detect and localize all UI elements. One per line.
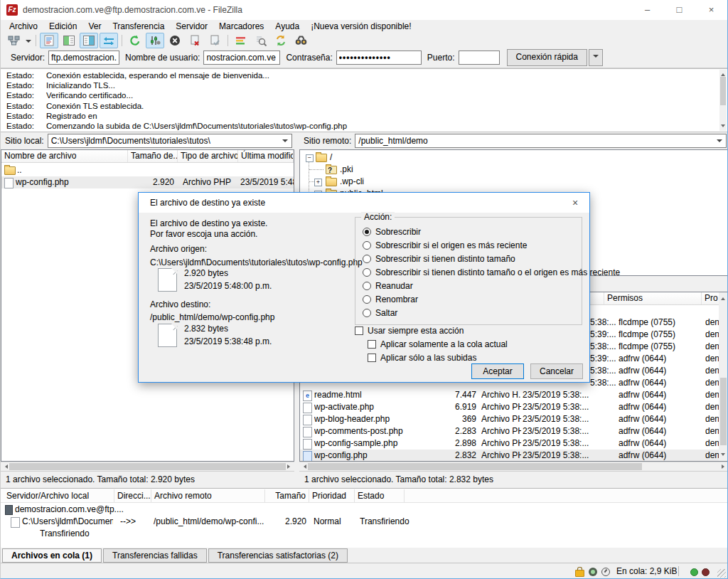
checkbox-icon[interactable]	[355, 326, 363, 335]
checkbox-usar-siempre[interactable]: Usar siempre esta acción	[355, 325, 464, 336]
queue-transfer-row[interactable]: C:\Users\jldmf\Document... -->> /public_…	[1, 516, 727, 528]
tree-item-root[interactable]: /	[300, 152, 728, 164]
site-manager-dropdown-icon[interactable]	[26, 40, 31, 46]
process-queue-button[interactable]	[146, 33, 164, 48]
reconnect-button[interactable]	[205, 33, 224, 48]
menu-ayuda[interactable]: Ayuda	[269, 20, 305, 33]
option-sobrescribir-mas-reciente[interactable]: Sobrescribir si el origen es más recient…	[363, 238, 527, 252]
option-sobrescribir-distinto-tamano[interactable]: Sobrescribir si tienen distinto tamaño	[363, 252, 515, 265]
qcol-prioridad[interactable]: Prioridad	[309, 489, 355, 502]
username-input[interactable]	[203, 51, 280, 65]
col-modificado[interactable]: Última modificac	[238, 150, 294, 162]
queue-server-row[interactable]: demostracion.com.ve@ftp....	[1, 504, 727, 516]
cancel-operation-button[interactable]	[166, 33, 184, 48]
refresh-button[interactable]	[126, 33, 144, 48]
password-input[interactable]	[336, 51, 422, 65]
expand-icon[interactable]	[314, 179, 322, 186]
checkbox-aplicar-subidas[interactable]: Aplicar sólo a las subidas	[368, 352, 476, 363]
menu-servidor[interactable]: Servidor	[170, 20, 213, 33]
dialog-close-icon[interactable]: ×	[567, 195, 584, 211]
queue-substatus-row: Transfiriendo	[1, 528, 727, 540]
toggle-transfer-queue-button[interactable]	[100, 33, 118, 48]
radio-icon[interactable]	[363, 241, 371, 250]
col-propietario-fragment[interactable]: Pro	[702, 292, 720, 304]
local-tree-icon	[63, 36, 75, 46]
quickconnect-dropdown[interactable]	[589, 49, 603, 66]
toggle-local-tree-button[interactable]	[60, 33, 78, 48]
server-input[interactable]	[48, 51, 119, 65]
maximize-button[interactable]: □	[663, 0, 695, 20]
disconnect-button[interactable]	[186, 33, 204, 48]
remote-file-row[interactable]: wp-comments-post.php 2.283 Archivo PHP 2…	[300, 425, 728, 437]
directory-compare-button[interactable]	[252, 33, 270, 48]
radio-icon[interactable]	[363, 282, 371, 290]
remote-vscrollbar[interactable]	[719, 292, 728, 461]
tab-transferencias-satisfactorias[interactable]: Transferencias satisfactorias (2)	[208, 548, 348, 563]
checkbox-icon[interactable]	[368, 354, 376, 362]
tree-item-pki[interactable]: ? .pki	[300, 164, 728, 176]
minimize-button[interactable]: –	[631, 0, 663, 20]
col-tamano[interactable]: Tamaño de...	[128, 150, 178, 162]
collapse-icon[interactable]	[306, 154, 314, 162]
remote-file-row[interactable]: wp-blog-header.php 369 Archivo PHP 23/5/…	[300, 413, 728, 425]
directory-filter-button[interactable]	[232, 33, 250, 48]
quickconnect-bar: Servidor: Nombre de usuario: Contraseña:…	[1, 47, 727, 68]
remote-file-row-selected[interactable]: wp-config.php 2.832 Archivo PHP 23/5/201…	[300, 450, 728, 462]
quickconnect-button[interactable]: Conexión rápida	[507, 49, 587, 66]
toggle-remote-tree-button[interactable]	[80, 33, 98, 48]
toggle-message-log-button[interactable]	[40, 33, 58, 48]
col-tipo[interactable]: Tipo de archivo	[178, 150, 238, 162]
checkbox-icon[interactable]	[368, 340, 376, 349]
menu-edicion[interactable]: Edición	[43, 20, 82, 33]
col-permisos[interactable]: Permisos	[604, 292, 702, 304]
option-sobrescribir-distinto-o-reciente[interactable]: Sobrescribir si tienen distinto tamaño o…	[363, 265, 620, 279]
site-manager-button[interactable]	[4, 33, 23, 48]
window-title: demostracion.com.ve@ftp.demostracion.com…	[23, 5, 242, 15]
cancel-button[interactable]: Cancelar	[530, 363, 583, 379]
menu-marcadores[interactable]: Marcadores	[213, 20, 269, 33]
checkbox-aplicar-cola[interactable]: Aplicar solamente a la cola actual	[368, 339, 508, 350]
tree-item-wp-cli[interactable]: .wp-cli	[300, 176, 728, 188]
radio-icon[interactable]	[363, 295, 371, 304]
option-sobrescribir[interactable]: Sobrescribir	[363, 225, 421, 238]
port-input[interactable]	[459, 51, 500, 65]
accept-button[interactable]: Aceptar	[471, 363, 524, 379]
radio-icon[interactable]	[363, 309, 371, 317]
find-files-button[interactable]	[291, 33, 310, 48]
radio-icon[interactable]	[363, 228, 371, 236]
synchronized-browsing-button[interactable]	[272, 33, 290, 48]
remote-hscrollbar[interactable]	[299, 462, 728, 471]
tab-transferencias-fallidas[interactable]: Transferencias fallidas	[103, 548, 207, 563]
qcol-servidor[interactable]: Servidor/Archivo local	[1, 489, 114, 502]
file-row-wp-config[interactable]: wp-config.php 2.920 Archivo PHP 23/5/201…	[1, 176, 294, 188]
menu-archivo[interactable]: Archivo	[4, 20, 43, 33]
lock-icon[interactable]	[575, 570, 584, 577]
close-button[interactable]: ×	[695, 0, 727, 20]
tab-archivos-en-cola[interactable]: Archivos en cola (1)	[2, 548, 102, 563]
remote-file-row[interactable]: e readme.html 7.447 Archivo H... 23/5/20…	[300, 389, 728, 401]
radio-icon[interactable]	[363, 255, 371, 263]
option-reanudar[interactable]: Reanudar	[363, 279, 413, 292]
qcol-tamano[interactable]: Tamaño	[265, 489, 309, 502]
speed-gauge-icon[interactable]	[601, 568, 610, 576]
file-icon	[303, 439, 312, 450]
log-scrollbar[interactable]	[719, 70, 727, 131]
resize-grip[interactable]	[717, 569, 726, 578]
option-renombrar[interactable]: Renombrar	[363, 292, 418, 306]
remote-file-row[interactable]: wp-config-sample.php 2.898 Archivo PHP 2…	[300, 437, 728, 450]
menu-transferencia[interactable]: Transferencia	[107, 20, 170, 33]
file-row-parent-dir[interactable]: ..	[1, 164, 294, 176]
local-path-combo[interactable]: C:\Users\jldmf\Documents\tutoriales\tuto…	[48, 134, 292, 148]
qcol-remoto[interactable]: Archivo remoto	[151, 489, 265, 502]
menu-nueva-version[interactable]: ¡Nueva versión disponible!	[305, 20, 417, 33]
qcol-estado[interactable]: Estado	[355, 489, 405, 502]
radio-icon[interactable]	[363, 268, 371, 277]
remote-path-combo[interactable]: /public_html/demo	[355, 134, 727, 148]
remote-file-row[interactable]: wp-activate.php 6.919 Archivo PHP 23/5/2…	[300, 401, 728, 413]
local-hscrollbar[interactable]	[1, 462, 294, 471]
gear-icon[interactable]	[589, 568, 597, 576]
qcol-direccion[interactable]: Direcci...	[114, 489, 151, 502]
option-saltar[interactable]: Saltar	[363, 306, 397, 319]
menu-ver[interactable]: Ver	[82, 20, 107, 33]
dialog-title: El archivo de destino ya existe	[150, 193, 265, 213]
